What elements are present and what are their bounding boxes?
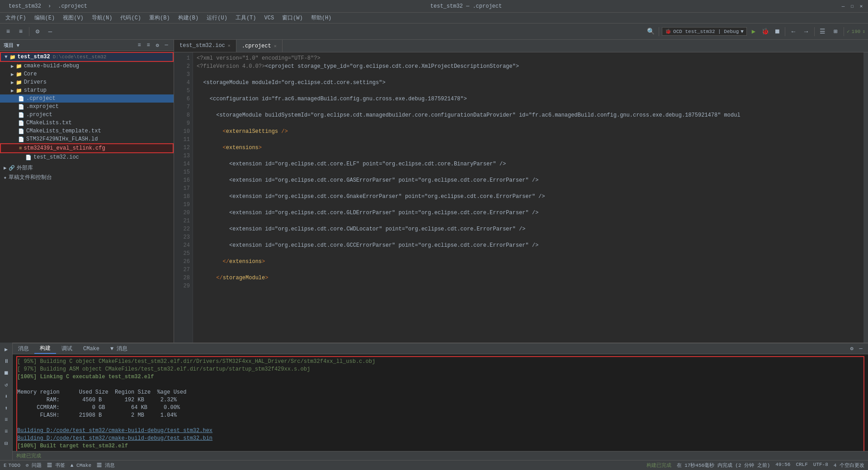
sidebar-collapse-btn[interactable]: ≡ (136, 42, 143, 49)
bottom-tool-7[interactable]: ≡ (1, 415, 11, 425)
menu-edit[interactable]: 编辑(E) (31, 13, 59, 23)
bottom-tool-4[interactable]: ↺ (1, 380, 11, 390)
bottom-tool-5[interactable]: ⬇ (1, 391, 11, 401)
run-button[interactable]: ▶ (749, 27, 759, 37)
maximize-button[interactable]: ☐ (849, 3, 855, 9)
tree-bookmarks[interactable]: ★ 草稿文件和控制台 (0, 173, 174, 182)
debug-button[interactable]: 🐞 (760, 27, 770, 37)
tree-mxproject[interactable]: 📄 .mxproject (0, 103, 174, 111)
code-line-18: <extension id="org.eclipse.cdt.core.Gnak… (197, 193, 860, 201)
problems-label: ⊘ 问题 (26, 462, 42, 469)
bottom-tool-1[interactable]: ▶ (1, 344, 11, 354)
tree-external[interactable]: ▶ 🔗 外部库 (0, 163, 174, 173)
editor-area: 1234567891011121314151617181920212223242… (174, 52, 868, 343)
toolbar-extra-2[interactable]: ⊞ (830, 26, 841, 37)
toolbar-extra-1[interactable]: ☰ (817, 26, 828, 37)
toolbar-expand[interactable]: ≡ (15, 26, 26, 37)
menu-build[interactable]: 构建(B) (175, 13, 203, 23)
tab-ioc-close[interactable]: ✕ (228, 43, 231, 48)
menu-file[interactable]: 文件(F) (2, 13, 30, 23)
tree-project[interactable]: 📄 .project (0, 111, 174, 119)
tree-root[interactable]: ▼ 📁 test_stm32 D:\code\test_stm32 (0, 52, 174, 62)
toolbar-next[interactable]: → (801, 26, 811, 37)
toolbar-sep-2 (659, 27, 659, 36)
title-text: test_stm32 — .cproject (92, 3, 840, 9)
tree-startup[interactable]: ▶ 📁 startup (0, 86, 174, 94)
tree-cmakelists-template[interactable]: 📄 CMakeLists_template.txt (0, 127, 174, 135)
toolbar-minimize[interactable]: — (45, 26, 56, 37)
menu-view[interactable]: 视图(V) (59, 13, 87, 23)
close-button[interactable]: ✕ (858, 3, 864, 9)
menu-vcs[interactable]: VCS (260, 14, 278, 22)
sidebar-expand-btn[interactable]: ≡ (145, 42, 152, 49)
debug-config-dropdown[interactable]: ▼ (741, 29, 744, 34)
tree-drivers[interactable]: ▶ 📁 Drivers (0, 78, 174, 86)
menu-help[interactable]: 帮助(H) (307, 13, 335, 23)
bottom-tool-3[interactable]: ⏹ (1, 368, 11, 378)
line-num-22: 22 (177, 225, 190, 233)
tab-cproject-close[interactable]: ✕ (274, 43, 277, 49)
bottom-tab-messages[interactable]: ▼ 消息 (105, 344, 133, 353)
tree-cmakelists[interactable]: 📄 CMakeLists.txt (0, 119, 174, 127)
bottom-close-btn[interactable]: — (857, 345, 864, 352)
root-folder-icon: 📁 (9, 54, 16, 60)
bottom-tool-6[interactable]: ⬆ (1, 403, 11, 413)
mxproject-file-icon: 📄 (18, 104, 24, 110)
bottom-tool-8[interactable]: ≡ (1, 427, 11, 437)
menu-navigate[interactable]: 导航(N) (88, 13, 116, 23)
tab-ioc[interactable]: test_stm32.ioc ✕ (174, 40, 236, 52)
bottom-tab-debug[interactable]: 调试 (56, 344, 78, 353)
toolbar-search[interactable]: 🔍 (645, 26, 656, 37)
code-line-4: <storageModule moduleId="org.eclipse.cdt… (197, 79, 860, 87)
editor-scrollbar[interactable] (863, 52, 868, 343)
messages-status-label: ☰ 消息 (97, 462, 115, 469)
tree-flash-ld[interactable]: 📄 STM32F429NIHx_FLASH.ld (0, 135, 174, 143)
code-line-14: <extension id="org.eclipse.cdt.core.ELF"… (197, 160, 860, 168)
tree-ioc[interactable]: 📄 test_stm32.ioc (0, 153, 174, 161)
bottom-tool-9[interactable]: ⊟ (1, 438, 11, 448)
bottom-tab-build[interactable]: 构建 (34, 343, 56, 354)
bottom-tab-cmake[interactable]: CMake (78, 345, 105, 353)
menu-window[interactable]: 窗口(W) (278, 13, 307, 23)
external-label: 外部库 (17, 164, 33, 172)
menu-tools[interactable]: 工具(T) (232, 13, 260, 23)
status-bookmarks[interactable]: ☰ 书签 (47, 462, 65, 469)
cmakelists-template-label: CMakeLists_template.txt (26, 128, 101, 134)
tree-stlink-cfg[interactable]: ≡ stm32439i_eval_stlink.cfg (0, 143, 174, 153)
mxproject-label: .mxproject (26, 103, 59, 110)
minimize-button[interactable]: — (840, 3, 846, 9)
bottom-tab-console[interactable]: 消息 (13, 344, 34, 353)
title-tab-project[interactable]: test_stm32 (4, 2, 46, 11)
status-cmake[interactable]: ▲ CMake (71, 463, 91, 468)
debug-config-selector[interactable]: 🐞 OCD test_stm32 | Debug ▼ (662, 27, 747, 36)
code-editor[interactable]: <?xml version="1.0" encoding="UTF-8"?><?… (193, 52, 863, 343)
tree-core[interactable]: ▶ 📁 Core (0, 70, 174, 78)
menu-run[interactable]: 运行(U) (203, 13, 231, 23)
menu-refactor[interactable]: 重构(B) (146, 13, 174, 23)
status-problems[interactable]: ⊘ 问题 (26, 462, 42, 469)
console-hex-line[interactable]: Building D:/code/test_stm32/cmake-build-… (17, 427, 863, 435)
sidebar-settings-btn[interactable]: ⚙ (154, 42, 161, 49)
console-memory-header: Memory region Used Size Region Size %age… (17, 389, 863, 396)
title-tab-file[interactable]: .cproject (53, 2, 92, 11)
tree-cproject[interactable]: 📄 .cproject (0, 94, 174, 103)
code-line-16: <extension id="org.eclipse.cdt.core.GASE… (197, 176, 860, 184)
toolbar-collapse[interactable]: ≡ (3, 26, 14, 37)
bottom-tool-2[interactable]: ⏸ (1, 356, 11, 366)
external-icon: 🔗 (9, 165, 15, 171)
line-num-12: 12 (177, 144, 190, 152)
tree-cmake-build-debug[interactable]: ▶ 📁 cmake-build-debug (0, 62, 174, 70)
toolbar-settings[interactable]: ⚙ (32, 26, 43, 37)
code-line-19 (197, 201, 860, 209)
menu-code[interactable]: 代码(C) (117, 13, 145, 23)
toolbar-prev[interactable]: ← (788, 26, 799, 37)
status-todo[interactable]: E TODO (4, 463, 20, 468)
console-bin-line[interactable]: Building D:/code/test_stm32/cmake-build-… (17, 435, 863, 442)
toolbar-sep-4 (814, 27, 815, 36)
tab-cproject[interactable]: .cproject ✕ (236, 40, 283, 52)
console-line-4 (17, 381, 863, 389)
sidebar-close-btn[interactable]: — (163, 42, 170, 49)
stop-button[interactable]: ⏹ (772, 27, 782, 37)
bottom-settings-btn[interactable]: ⚙ (848, 345, 855, 352)
status-messages[interactable]: ☰ 消息 (97, 462, 115, 469)
